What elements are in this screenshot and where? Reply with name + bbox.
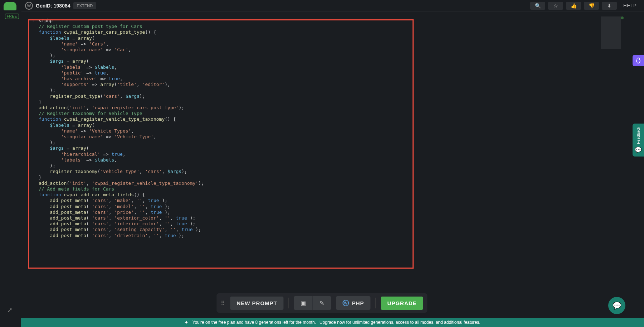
code-line[interactable]: add_post_meta( 'cars', 'make', '', true … bbox=[29, 198, 555, 203]
star-icon[interactable]: ☆ bbox=[548, 2, 563, 10]
code-line[interactable]: 'singular_name' => 'Car', bbox=[29, 47, 555, 53]
extend-button[interactable]: EXTEND bbox=[73, 2, 97, 9]
code-line[interactable]: $labels = array( bbox=[29, 35, 555, 41]
code-line[interactable]: ); bbox=[29, 163, 555, 169]
bottom-toolbar: ⠿ NEW PROMPT ▣ ✎ W PHP UPGRADE bbox=[216, 293, 427, 313]
code-line[interactable]: } bbox=[29, 174, 555, 180]
code-line[interactable]: register_taxonomy('vehicle_type', 'cars'… bbox=[29, 169, 555, 174]
sparkle-icon: ✦ bbox=[184, 319, 189, 325]
thumbs-up-icon[interactable]: 👍 bbox=[566, 2, 581, 10]
footer-bar: ✦ You're on the free plan and have 8 gen… bbox=[21, 318, 644, 327]
feedback-tab[interactable]: Feedback 💬 bbox=[633, 124, 644, 157]
code-line[interactable]: add_post_meta( 'cars', 'model', '', true… bbox=[29, 204, 555, 210]
divider bbox=[376, 298, 376, 308]
expand-icon[interactable]: ⤢ bbox=[7, 306, 13, 314]
mode-toggle-group: ▣ ✎ bbox=[294, 296, 331, 310]
plan-badge: FREE bbox=[5, 14, 19, 19]
code-line[interactable]: function cwpai_add_car_meta_fields() { bbox=[29, 192, 555, 198]
wordpress-icon: W bbox=[343, 300, 349, 306]
divider bbox=[289, 298, 289, 308]
pencil-icon[interactable]: ✎ bbox=[313, 296, 331, 310]
app-logo[interactable] bbox=[4, 2, 16, 10]
code-line[interactable]: function cwpai_register_vehicle_type_tax… bbox=[29, 116, 555, 122]
code-line[interactable]: add_action('init', 'cwpai_register_cars_… bbox=[29, 105, 555, 111]
search-icon[interactable]: 🔍 bbox=[530, 2, 545, 10]
code-line[interactable]: 'hierarchical' => true, bbox=[29, 152, 555, 157]
code-minimap[interactable] bbox=[601, 16, 621, 49]
download-icon[interactable]: ⬇ bbox=[602, 2, 617, 10]
code-line[interactable]: function cwpai_register_cars_post_type()… bbox=[29, 29, 555, 35]
code-line[interactable]: $labels = array( bbox=[29, 122, 555, 128]
code-line[interactable]: 1<?php bbox=[29, 18, 555, 24]
thumbs-down-icon[interactable]: 👎 bbox=[584, 2, 599, 10]
code-line[interactable]: add_action('init', 'cwpai_register_vehic… bbox=[29, 181, 555, 186]
drag-handle-icon[interactable]: ⠿ bbox=[221, 300, 225, 307]
code-line[interactable]: // Add meta fields for Cars bbox=[29, 186, 555, 192]
code-line[interactable]: $args = array( bbox=[29, 58, 555, 64]
code-line[interactable]: // Register custom post type for Cars bbox=[29, 24, 555, 29]
terminal-icon[interactable]: ▣ bbox=[294, 296, 313, 310]
gen-id-label: GenID: 198084 bbox=[36, 3, 70, 9]
help-button[interactable]: HELP bbox=[620, 1, 640, 10]
code-line[interactable]: 'singular_name' => 'Vehicle Type', bbox=[29, 134, 555, 140]
wordpress-icon: W bbox=[25, 2, 33, 10]
feedback-label: Feedback bbox=[636, 127, 640, 144]
code-line[interactable]: 'has_archive' => true, bbox=[29, 76, 555, 82]
code-line[interactable]: $args = array( bbox=[29, 145, 555, 151]
editor-area[interactable]: 1<?php// Register custom post type for C… bbox=[21, 14, 555, 316]
code-line[interactable]: 'supports' => array('title', 'editor'), bbox=[29, 82, 555, 87]
upgrade-button[interactable]: UPGRADE bbox=[381, 297, 423, 310]
code-line[interactable]: 'name' => 'Vehicle Types', bbox=[29, 128, 555, 134]
topbar: W GenID: 198084 EXTEND 🔍 ☆ 👍 👎 ⬇ HELP bbox=[21, 0, 644, 11]
ai-brain-icon[interactable] bbox=[633, 55, 644, 66]
code-line[interactable]: add_post_meta( 'cars', 'drivetrain', '',… bbox=[29, 233, 555, 239]
code-line[interactable]: add_post_meta( 'cars', 'price', '', true… bbox=[29, 210, 555, 215]
code-line[interactable]: 'labels' => $labels, bbox=[29, 64, 555, 70]
code-line[interactable]: add_post_meta( 'cars', 'exterior_color',… bbox=[29, 215, 555, 221]
footer-msg-2[interactable]: Upgrade now for unlimited generations, a… bbox=[319, 320, 480, 325]
chat-icon: 💬 bbox=[635, 146, 642, 153]
new-prompt-button[interactable]: NEW PROMPT bbox=[230, 297, 283, 310]
code-line[interactable]: register_post_type('cars', $args); bbox=[29, 93, 555, 99]
code-line[interactable]: ); bbox=[29, 87, 555, 93]
code-line[interactable]: add_post_meta( 'cars', 'interior_color',… bbox=[29, 221, 555, 227]
chat-bubble-button[interactable]: 💬 bbox=[608, 297, 625, 314]
php-button[interactable]: W PHP bbox=[336, 296, 371, 310]
footer-msg-1: You're on the free plan and have 8 gener… bbox=[192, 320, 316, 325]
code-line[interactable]: ); bbox=[29, 140, 555, 145]
code-line[interactable]: 'public' => true, bbox=[29, 70, 555, 76]
code-line[interactable]: // Register taxonomy for Vehicle Type bbox=[29, 111, 555, 116]
code-line[interactable]: 'labels' => $labels, bbox=[29, 157, 555, 163]
code-line[interactable]: } bbox=[29, 99, 555, 105]
code-line[interactable]: add_post_meta( 'cars', 'seating_capacity… bbox=[29, 227, 555, 232]
code-line[interactable]: 'name' => 'Cars', bbox=[29, 41, 555, 47]
code-line[interactable]: ); bbox=[29, 53, 555, 58]
